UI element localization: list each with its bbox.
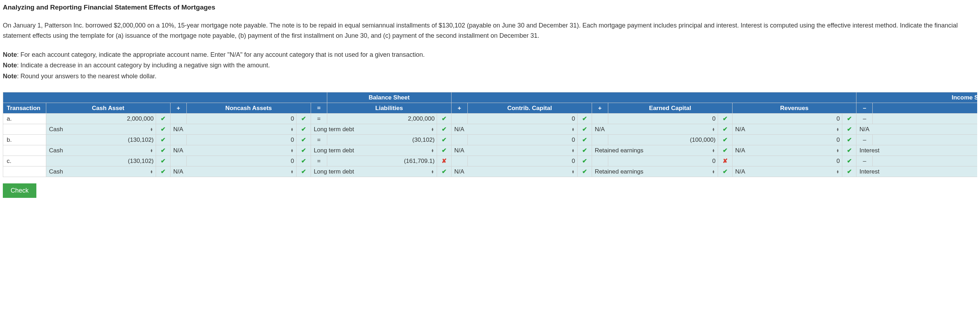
hdr-plus-3: + [592, 103, 608, 114]
check-button[interactable]: Check [3, 184, 37, 198]
select-arrows-icon: ▲▼ [836, 128, 839, 131]
liab-account-select[interactable]: Long term debt▲▼ [313, 168, 434, 175]
check-icon: ✔ [161, 147, 165, 154]
txn-label-blank [3, 166, 46, 177]
ec-amount-input[interactable]: 0 [608, 156, 718, 166]
noncash-amount-input[interactable]: 0 [186, 135, 296, 145]
select-arrows-icon: ▲▼ [571, 170, 574, 174]
noncash-acct-cell: N/A▲▼ [170, 124, 296, 135]
select-arrows-icon: ▲▼ [150, 149, 153, 152]
exp-amount-input[interactable] [873, 156, 977, 166]
op-minus: – [856, 114, 873, 124]
note-2: Note: Indicate a decrease in an account … [3, 60, 977, 71]
select-arrows-icon: ▲▼ [431, 128, 434, 131]
txn-label: c. [3, 156, 46, 166]
cash-account-select[interactable]: Cash▲▼ [48, 126, 154, 133]
check-icon: ✔ [582, 126, 587, 133]
rev-acct-cell: N/A▲▼ [732, 145, 842, 156]
ec-amount-input[interactable]: (100,000) [608, 135, 718, 145]
liab-account-select[interactable]: Long term debt▲▼ [313, 126, 434, 133]
check-icon: ✔ [582, 158, 587, 164]
op-eq: = [311, 135, 327, 145]
exp-acct-cell: N/A▲▼ [856, 124, 977, 135]
hdr-noncash-assets: Noncash Assets [186, 103, 311, 114]
check-icon: ✔ [723, 147, 728, 154]
noncash-amount-input[interactable]: 0 [186, 114, 296, 124]
select-arrows-icon: ▲▼ [431, 149, 434, 152]
select-arrows-icon: ▲▼ [712, 149, 715, 152]
hdr-earned-capital: Earned Capital [608, 103, 732, 114]
hdr-plus-1: + [170, 103, 186, 114]
liab-amount-input[interactable]: 2,000,000 [327, 114, 437, 124]
liab-acct-cell: Long term debt▲▼ [311, 166, 437, 177]
check-icon: ✔ [442, 126, 447, 133]
liab-amount-input[interactable]: (30,102) [327, 135, 437, 145]
check-icon: ✔ [847, 147, 852, 154]
exp-amount-input[interactable] [873, 114, 977, 124]
rev-account-select[interactable]: N/A▲▼ [735, 168, 840, 175]
noncash-acct-cell: N/A▲▼ [170, 166, 296, 177]
select-arrows-icon: ▲▼ [291, 149, 293, 152]
hdr-minus: – [856, 103, 873, 114]
exp-account-select[interactable]: N/A▲▼ [859, 126, 977, 133]
cash-amount-input[interactable]: (130,102) [46, 156, 156, 166]
noncash-account-select[interactable]: N/A▲▼ [173, 126, 294, 133]
check-icon: ✔ [301, 158, 306, 164]
ec-account-select[interactable]: N/A▲▼ [594, 126, 716, 133]
rev-account-select[interactable]: N/A▲▼ [735, 147, 840, 154]
cc-amount-input[interactable]: 0 [468, 135, 577, 145]
hdr-income-st: Income St [856, 92, 977, 103]
noncash-acct-cell: N/A▲▼ [170, 145, 296, 156]
cross-icon: ✘ [723, 158, 728, 164]
noncash-account-select[interactable]: N/A▲▼ [173, 147, 294, 154]
exp-amount-input[interactable] [873, 135, 977, 145]
cc-account-select[interactable]: N/A▲▼ [453, 126, 575, 133]
select-arrows-icon: ▲▼ [150, 128, 153, 131]
select-arrows-icon: ▲▼ [977, 128, 977, 131]
ec-account-select[interactable]: Retained earnings▲▼ [594, 147, 716, 154]
noncash-amount-input[interactable]: 0 [186, 156, 296, 166]
cash-account-select[interactable]: Cash▲▼ [48, 147, 154, 154]
rev-account-select[interactable]: N/A▲▼ [735, 126, 840, 133]
check-icon: ✔ [723, 136, 728, 143]
liab-account-select[interactable]: Long term debt▲▼ [313, 147, 434, 154]
noncash-account-select[interactable]: N/A▲▼ [173, 168, 294, 175]
cc-account-select[interactable]: N/A▲▼ [453, 147, 575, 154]
check-icon: ✔ [847, 126, 852, 133]
liab-acct-cell: Long term debt▲▼ [311, 124, 437, 135]
check-icon: ✔ [582, 136, 587, 143]
financial-table: Balance Sheet Income St Transaction Cash… [3, 92, 977, 177]
op-plus [592, 135, 608, 145]
check-icon: ✔ [723, 168, 728, 175]
ec-account-select[interactable]: Retained earnings▲▼ [594, 168, 716, 175]
op-plus [170, 135, 186, 145]
exp-account-select[interactable]: Interest▲▼ [859, 168, 977, 175]
rev-amount-input[interactable]: 0 [732, 156, 842, 166]
cash-account-select[interactable]: Cash▲▼ [48, 168, 154, 175]
check-icon: ✔ [301, 115, 306, 122]
hdr-blank-left [3, 92, 327, 103]
select-arrows-icon: ▲▼ [712, 170, 715, 174]
cc-account-select[interactable]: N/A▲▼ [453, 168, 575, 175]
op-eq: = [311, 114, 327, 124]
hdr-transaction: Transaction [3, 103, 46, 114]
exp-account-select[interactable]: Interest▲▼ [859, 147, 977, 154]
ec-amount-input[interactable]: 0 [608, 114, 718, 124]
hdr-revenues: Revenues [732, 103, 856, 114]
liab-amount-input[interactable]: (161,709.1) [327, 156, 437, 166]
hdr-contrib-capital: Contrib. Capital [468, 103, 592, 114]
ec-acct-cell: N/A▲▼ [592, 124, 718, 135]
page-title: Analyzing and Reporting Financial Statem… [3, 3, 977, 11]
check-icon: ✔ [301, 126, 306, 133]
cc-acct-cell: N/A▲▼ [451, 166, 577, 177]
rev-amount-input[interactable]: 0 [732, 114, 842, 124]
cash-amount-input[interactable]: (130,102) [46, 135, 156, 145]
select-arrows-icon: ▲▼ [571, 128, 574, 131]
check-icon: ✔ [582, 168, 587, 175]
cash-amount-input[interactable]: 2,000,000 [46, 114, 156, 124]
cc-amount-input[interactable]: 0 [468, 156, 577, 166]
cc-amount-input[interactable]: 0 [468, 114, 577, 124]
op-plus [170, 114, 186, 124]
rev-amount-input[interactable]: 0 [732, 135, 842, 145]
txn-label: a. [3, 114, 46, 124]
